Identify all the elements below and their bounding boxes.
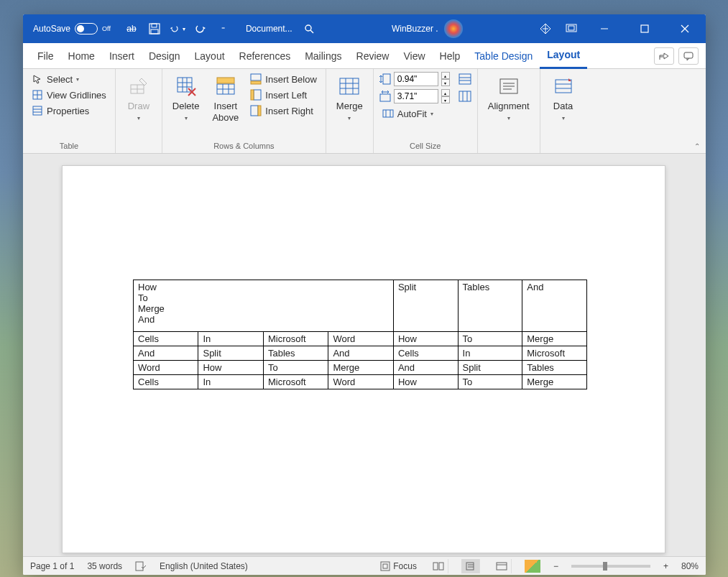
insert-below-button[interactable]: Insert Below [247, 72, 320, 86]
row-height-down[interactable]: ▾ [441, 79, 450, 86]
table-cell[interactable]: How [393, 375, 458, 389]
minimize-button[interactable] [589, 14, 619, 43]
table-cell[interactable]: Cells [134, 332, 198, 346]
proofing-icon[interactable] [135, 561, 147, 571]
tab-help[interactable]: Help [433, 43, 468, 69]
document-area[interactable]: How To Merge And Split Tables And Cells … [23, 154, 706, 556]
col-width-up[interactable]: ▴ [441, 89, 450, 96]
alignment-button[interactable]: Alignment ▾ [484, 72, 534, 124]
table-cell[interactable]: And [134, 346, 198, 361]
table-cell[interactable]: Cells [134, 375, 198, 389]
table-cell[interactable]: To [458, 332, 522, 346]
word-count[interactable]: 35 words [87, 561, 122, 571]
tab-mailings[interactable]: Mailings [298, 43, 349, 69]
table-cell[interactable]: Microsoft [263, 375, 328, 389]
table-cell[interactable]: And [393, 361, 458, 375]
table-row[interactable]: Cells In Microsoft Word How To Merge [134, 375, 587, 389]
table-cell[interactable]: Tables [458, 280, 522, 332]
table-cell[interactable]: Merge [522, 375, 587, 389]
read-mode-icon[interactable] [430, 559, 448, 573]
display-options-icon[interactable] [563, 21, 579, 37]
web-layout-icon[interactable] [493, 559, 512, 573]
table-cell[interactable]: Cells [393, 346, 458, 361]
table-cell[interactable]: Tables [263, 346, 328, 361]
table-cell[interactable]: In [458, 346, 522, 361]
print-layout-icon[interactable] [461, 559, 480, 573]
autosave-toggle[interactable]: AutoSave Off [26, 23, 118, 34]
zoom-level[interactable]: 80% [681, 561, 699, 571]
close-button[interactable] [670, 14, 700, 43]
col-width-down[interactable]: ▾ [441, 96, 450, 103]
tab-home[interactable]: Home [61, 43, 102, 69]
table-cell[interactable]: Merge [328, 361, 393, 375]
table-cell[interactable]: Tables [522, 361, 587, 375]
search-icon[interactable] [301, 21, 317, 37]
table-cell[interactable]: How [198, 361, 263, 375]
table-cell[interactable]: In [198, 332, 263, 346]
table-cell[interactable]: To [458, 375, 522, 389]
table-cell[interactable]: Microsoft [263, 332, 328, 346]
insert-right-button[interactable]: Insert Right [247, 103, 320, 118]
table-cell[interactable]: Split [458, 361, 522, 375]
insert-left-button[interactable]: Insert Left [247, 88, 320, 102]
data-button[interactable]: Data ▾ [546, 72, 581, 124]
maximize-button[interactable] [630, 14, 660, 43]
save-icon[interactable] [147, 21, 162, 37]
zoom-slider[interactable] [571, 565, 650, 568]
table-cell[interactable]: How [393, 332, 458, 346]
tab-review[interactable]: Review [349, 43, 397, 69]
autofit-button[interactable]: AutoFit ▾ [379, 106, 471, 121]
table-cell[interactable]: In [198, 375, 263, 389]
table-cell[interactable]: Word [134, 361, 198, 375]
zoom-in-button[interactable]: + [663, 561, 668, 571]
table-cell[interactable]: Merge [522, 332, 587, 346]
page[interactable]: How To Merge And Split Tables And Cells … [62, 165, 665, 553]
properties-button[interactable]: Properties [29, 103, 109, 118]
table-cell[interactable]: Word [328, 375, 393, 389]
merge-button[interactable]: Merge ▾ [332, 72, 367, 124]
document-title[interactable]: Document... [237, 24, 301, 34]
content-table[interactable]: How To Merge And Split Tables And Cells … [133, 280, 587, 389]
table-row[interactable]: How To Merge And Split Tables And [134, 280, 587, 332]
table-row[interactable]: Word How To Merge And Split Tables [134, 361, 587, 375]
col-width-input[interactable]: 3.71" [394, 89, 438, 103]
focus-icon[interactable]: Focus [380, 561, 417, 571]
table-cell[interactable]: And [522, 280, 587, 332]
tab-table-layout[interactable]: Layout [540, 43, 587, 69]
table-cell[interactable]: Split [393, 280, 458, 332]
draw-button[interactable]: Draw ▾ [121, 72, 156, 124]
undo-icon[interactable]: ▾ [170, 21, 185, 37]
insert-above-button[interactable]: Insert Above [208, 72, 243, 126]
delete-button[interactable]: Delete ▾ [168, 72, 204, 124]
table-cell[interactable]: Word [328, 332, 393, 346]
comments-button[interactable] [678, 47, 699, 65]
strikethrough-icon[interactable]: ab [124, 21, 139, 37]
zoom-out-button[interactable]: − [553, 561, 558, 571]
distribute-cols-icon[interactable] [459, 91, 471, 102]
diamond-icon[interactable] [538, 21, 553, 37]
account-avatar[interactable] [444, 19, 463, 38]
table-cell[interactable]: Microsoft [522, 346, 587, 361]
share-button[interactable] [654, 47, 674, 65]
table-cell[interactable]: How To Merge And [134, 280, 394, 332]
tab-table-design[interactable]: Table Design [467, 43, 540, 69]
table-row[interactable]: Cells In Microsoft Word How To Merge [134, 332, 587, 346]
select-button[interactable]: Select ▾ [29, 72, 109, 86]
row-height-up[interactable]: ▴ [441, 72, 450, 79]
tab-design[interactable]: Design [142, 43, 188, 69]
table-cell[interactable]: Split [198, 346, 263, 361]
language[interactable]: English (United States) [160, 561, 248, 571]
distribute-rows-icon[interactable] [459, 73, 471, 85]
tab-layout[interactable]: Layout [188, 43, 232, 69]
table-row[interactable]: And Split Tables And Cells In Microsoft [134, 346, 587, 361]
tab-view[interactable]: View [396, 43, 432, 69]
row-height-input[interactable]: 0.94" [394, 72, 438, 86]
tab-file[interactable]: File [30, 43, 61, 69]
tab-insert[interactable]: Insert [102, 43, 142, 69]
table-cell[interactable]: And [328, 346, 393, 361]
table-cell[interactable]: To [263, 361, 328, 375]
collapse-ribbon-icon[interactable]: ⌃ [694, 142, 700, 150]
page-count[interactable]: Page 1 of 1 [30, 561, 74, 571]
view-gridlines-button[interactable]: View Gridlines [29, 88, 109, 102]
tab-references[interactable]: References [232, 43, 298, 69]
